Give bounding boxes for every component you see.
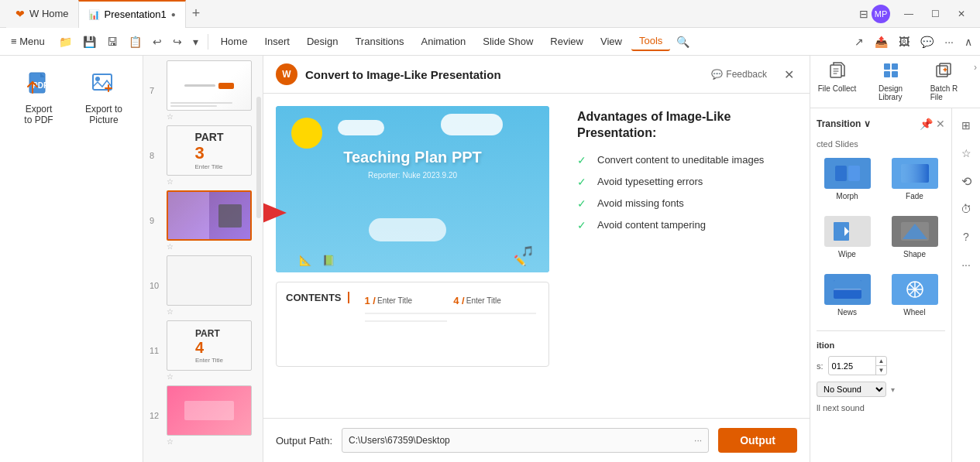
history-icon[interactable]: ⏱ [955, 198, 977, 220]
more-icon[interactable]: ··· [940, 33, 958, 51]
dialog-close-button[interactable]: ✕ [781, 64, 797, 85]
divider [365, 313, 537, 314]
quick-access-bar: 📁 💾 🖫 📋 ↩ ↪ ▾ [54, 33, 203, 51]
menu-view[interactable]: View [593, 33, 630, 50]
slide-panel-scrollbar[interactable] [256, 97, 261, 219]
shape-transition[interactable]: Shape [884, 211, 945, 263]
advantage-text-3: Avoid missing fonts [597, 197, 684, 209]
menu-label: ≡ Menu [11, 36, 45, 47]
help-icon[interactable]: ? [955, 226, 977, 248]
search-icon[interactable]: 🔍 [672, 33, 694, 51]
file-collect-label: File Collect [818, 84, 856, 93]
dropdown-icon[interactable]: ▾ [188, 33, 203, 51]
menu-hamburger[interactable]: ≡ Menu [3, 33, 53, 50]
batch-button[interactable]: Batch RFile [917, 56, 971, 108]
output-path-field[interactable]: C:\Users\67359\Desktop ··· [342, 428, 709, 453]
export-picture-button[interactable]: Export toPicture [73, 65, 135, 132]
window-icon: ⊟ [859, 8, 868, 20]
menu-tools[interactable]: Tools [631, 32, 670, 51]
file-collect-button[interactable]: File Collect [810, 56, 864, 108]
slide-item-9[interactable]: 9 ☆ [146, 189, 260, 252]
sound-select[interactable]: No Sound [817, 382, 886, 397]
duration-label: s: [817, 361, 824, 371]
menu-review[interactable]: Review [542, 33, 591, 50]
export-pdf-button[interactable]: PDF Exportto PDF [8, 65, 70, 132]
path-more-icon[interactable]: ··· [694, 435, 702, 446]
slide-thumb-10 [167, 255, 252, 306]
close-window-button[interactable]: ✕ [949, 2, 974, 26]
slide-item-11[interactable]: 11 PART 4 Enter Title ☆ [146, 319, 260, 382]
morph-transition[interactable]: Morph [817, 153, 878, 205]
comment-icon[interactable]: 💬 [916, 33, 938, 51]
minimize-button[interactable]: — [896, 2, 921, 26]
feedback-button[interactable]: 💬 Feedback [705, 66, 773, 83]
slide-item-8[interactable]: 8 PART 3 Enter Title ☆ [146, 124, 260, 187]
save2-icon[interactable]: 🖫 [102, 33, 122, 51]
slide-item-7[interactable]: 7 ☆ [146, 59, 260, 122]
slide-star-11: ☆ [167, 372, 252, 381]
entry-num-4: 4 / [453, 295, 464, 306]
entry-num-1: 1 / [365, 295, 376, 306]
preview-section: Teaching Plan PPT Reporter: Nuke 2023.9.… [263, 94, 562, 418]
menu-home[interactable]: Home [213, 33, 256, 50]
fade-transition[interactable]: Fade [884, 153, 945, 205]
account-icon[interactable]: MP [872, 5, 890, 23]
titlebar: ❤ W Home 📊 Presentation1 ● + ⊟ MP — ☐ ✕ [0, 0, 980, 28]
home-tab[interactable]: ❤ W Home [6, 0, 78, 28]
svg-rect-14 [901, 164, 929, 183]
slide-star-10: ☆ [167, 307, 252, 316]
output-button[interactable]: Output [718, 428, 797, 453]
wheel-transition[interactable]: Wheel [884, 269, 945, 321]
svg-rect-21 [834, 280, 861, 289]
properties-section: ition s: ▲ ▼ No Sound [817, 330, 945, 422]
slide-panel: 7 ☆ 8 [143, 56, 263, 462]
main-content: W Convert to Image-Like Presentation 💬 F… [263, 56, 810, 462]
pin-icon[interactable]: 📌 [920, 118, 933, 130]
design-library-button[interactable]: DesignLibrary [864, 56, 917, 108]
advantage-1: ✓ Convert content to uneditable images [577, 154, 794, 166]
export-icon[interactable]: 📤 [870, 33, 892, 51]
undo-icon[interactable]: ↩ [148, 33, 167, 51]
right-toolbar-expand[interactable]: › [971, 56, 980, 108]
duration-row: s: ▲ ▼ [817, 353, 945, 378]
menu-transitions[interactable]: Transitions [347, 33, 411, 50]
redo-icon[interactable]: ↪ [168, 33, 187, 51]
menu-animation[interactable]: Animation [414, 33, 474, 50]
export-pdf-label: Exportto PDF [24, 104, 53, 125]
wipe-transition[interactable]: Wipe [817, 211, 878, 263]
menu-design[interactable]: Design [299, 33, 346, 50]
menu-insert[interactable]: Insert [256, 33, 297, 50]
duration-up-icon[interactable]: ▲ [876, 357, 887, 366]
presentation-tab[interactable]: 📊 Presentation1 ● [78, 0, 186, 28]
tab-close-icon[interactable]: ● [171, 10, 176, 19]
slide-thumb-9 [167, 190, 252, 241]
harp-icon: 🎵 [521, 245, 534, 257]
favorites-icon[interactable]: ☆ [955, 142, 977, 164]
svg-rect-6 [884, 63, 890, 70]
open-folder-icon[interactable]: 📁 [54, 33, 77, 51]
maximize-button[interactable]: ☐ [923, 2, 947, 26]
menu-slideshow[interactable]: Slide Show [475, 33, 541, 50]
right-side-icons: ⊞ ☆ ⟲ ⏱ ? ··· [951, 108, 980, 462]
rotate-icon[interactable]: ⟲ [955, 170, 977, 192]
slide-preview-2: CONTENTS 1 / Enter Title 4 / Enter Title [276, 282, 549, 367]
collapse-icon[interactable]: ∧ [960, 33, 977, 51]
save-icon[interactable]: 💾 [78, 33, 101, 51]
image-icon[interactable]: 🖼 [894, 33, 914, 51]
layout-icon[interactable]: ⊞ [955, 115, 977, 136]
more-dots-icon[interactable]: ··· [955, 254, 977, 275]
news-transition[interactable]: News [817, 269, 878, 321]
add-tab-button[interactable]: + [186, 5, 207, 22]
transition-panel-title[interactable]: Transition ∨ [817, 118, 871, 129]
panel-close-icon[interactable]: ✕ [936, 118, 945, 130]
template-icon[interactable]: 📋 [124, 33, 146, 51]
entry-label-4: Enter Title [466, 296, 501, 305]
svg-rect-10 [937, 66, 947, 77]
duration-down-icon[interactable]: ▼ [876, 366, 887, 375]
share-icon[interactable]: ↗ [850, 33, 868, 51]
left-toolbar: PDF Exportto PDF Ex [0, 56, 143, 462]
slide-subtitle: Reporter: Nuke 2023.9.20 [343, 171, 482, 180]
slide-item-12[interactable]: 12 ☆ [146, 384, 260, 447]
duration-input[interactable] [829, 360, 875, 372]
slide-item-10[interactable]: 10 ☆ [146, 254, 260, 317]
